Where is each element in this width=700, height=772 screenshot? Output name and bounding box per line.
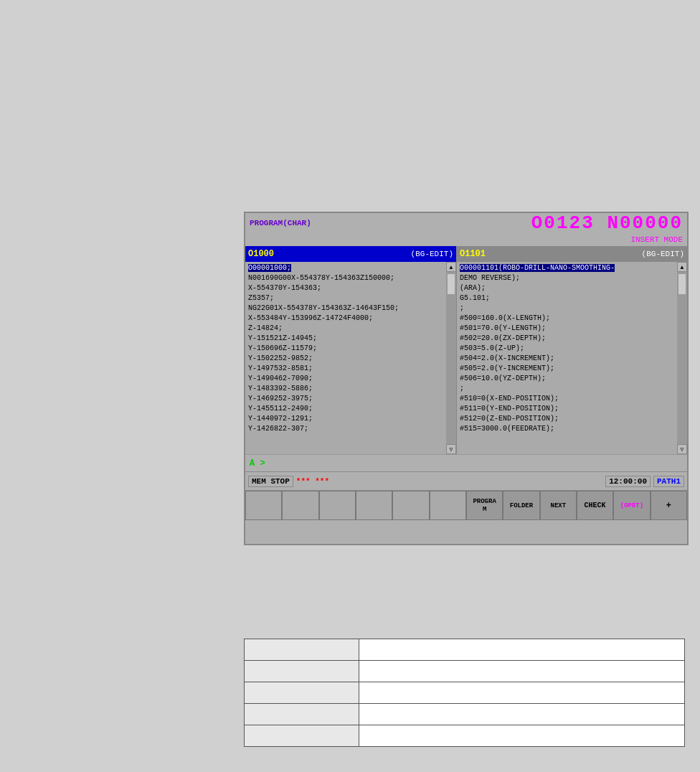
code-panels: O1000 (BG-EDIT) O00001000; N001690G00X-5… xyxy=(245,246,687,454)
program-number: O0123 N00000 xyxy=(531,212,683,234)
left-panel-program-name: O1000 xyxy=(248,249,274,259)
left-code-area[interactable]: O00001000; N001690G00X-554378Y-154363Z15… xyxy=(245,262,456,454)
status-bar: MEM STOP *** *** 12:00:00 PATH1 xyxy=(245,471,687,490)
fkey-4[interactable] xyxy=(356,491,392,520)
screen-header: PROGRAM(CHAR) O0123 N00000 xyxy=(245,213,687,233)
right-code-text: O00001101(ROBO-DRILL-NANO-SMOOTHING- DEM… xyxy=(457,262,677,436)
left-scrollbar[interactable]: ▲ ▽ xyxy=(446,262,456,454)
command-prompt: A > xyxy=(250,458,265,469)
fkey-next[interactable]: NEXT xyxy=(540,491,577,520)
fkey-5[interactable] xyxy=(392,491,429,520)
table-cell-2-1 xyxy=(245,661,359,682)
fkey-check[interactable]: CHECK xyxy=(577,491,613,520)
command-line: A > xyxy=(245,454,687,471)
left-code-text: O00001000; N001690G00X-554378Y-154363Z15… xyxy=(245,262,446,436)
table-row-4 xyxy=(245,704,685,725)
fkey-3[interactable] xyxy=(319,491,356,520)
left-panel-titlebar: O1000 (BG-EDIT) xyxy=(245,246,456,262)
table-cell-4-2 xyxy=(359,704,685,725)
table-cell-1-2 xyxy=(359,639,685,661)
insert-mode-text: INSERT MODE xyxy=(630,235,683,244)
program-char-label: PROGRAM(CHAR) xyxy=(250,219,311,227)
left-panel-edit-tag: (BG-EDIT) xyxy=(411,250,453,258)
right-scroll-down[interactable]: ▽ xyxy=(677,444,687,454)
table-cell-5-1 xyxy=(245,725,359,747)
status-path: PATH1 xyxy=(653,476,684,487)
table-cell-4-1 xyxy=(245,704,359,725)
right-panel-edit-tag: (BG-EDIT) xyxy=(642,250,684,258)
table-cell-3-1 xyxy=(245,682,359,704)
fkey-1[interactable] xyxy=(245,491,282,520)
fkey-6[interactable] xyxy=(430,491,466,520)
left-scroll-down[interactable]: ▽ xyxy=(446,444,456,454)
table-row-2 xyxy=(245,661,685,682)
right-panel-program-name: O1101 xyxy=(460,249,486,259)
table-cell-1-1 xyxy=(245,639,359,661)
status-stars: *** *** xyxy=(296,477,329,486)
cnc-screen: PROGRAM(CHAR) O0123 N00000 INSERT MODE O… xyxy=(244,212,689,545)
status-time: 12:00:00 xyxy=(605,476,651,487)
table-cell-2-2 xyxy=(359,661,685,682)
right-code-area[interactable]: O00001101(ROBO-DRILL-NANO-SMOOTHING- DEM… xyxy=(457,262,687,454)
table-cell-5-2 xyxy=(359,725,685,747)
right-scroll-thumb[interactable] xyxy=(678,273,686,295)
fkey-oprt[interactable]: (OPRT) xyxy=(613,491,650,520)
fkey-2[interactable] xyxy=(282,491,318,520)
status-mem-stop: MEM STOP xyxy=(248,476,293,487)
table-row-1 xyxy=(245,639,685,661)
fkey-plus[interactable]: + xyxy=(651,491,687,520)
insert-mode-bar: INSERT MODE xyxy=(245,233,687,246)
left-scroll-up[interactable]: ▲ xyxy=(446,262,456,272)
right-scrollbar[interactable]: ▲ ▽ xyxy=(677,262,687,454)
function-key-bar: PROGRAM FOLDER NEXT CHECK (OPRT) + xyxy=(245,490,687,520)
bottom-table xyxy=(244,639,685,747)
right-scroll-up[interactable]: ▲ xyxy=(677,262,687,272)
table-row-3 xyxy=(245,682,685,704)
left-panel: O1000 (BG-EDIT) O00001000; N001690G00X-5… xyxy=(245,246,457,454)
left-code-content: O00001000; N001690G00X-554378Y-154363Z15… xyxy=(245,262,446,454)
left-scroll-thumb[interactable] xyxy=(447,273,455,295)
table-cell-3-2 xyxy=(359,682,685,704)
table-row-5 xyxy=(245,725,685,747)
right-panel-titlebar: O1101 (BG-EDIT) xyxy=(457,246,687,262)
right-code-content: O00001101(ROBO-DRILL-NANO-SMOOTHING- DEM… xyxy=(457,262,677,454)
fkey-folder[interactable]: FOLDER xyxy=(503,491,539,520)
right-panel: O1101 (BG-EDIT) O00001101(ROBO-DRILL-NAN… xyxy=(457,246,687,454)
fkey-progra[interactable]: PROGRAM xyxy=(466,491,503,520)
